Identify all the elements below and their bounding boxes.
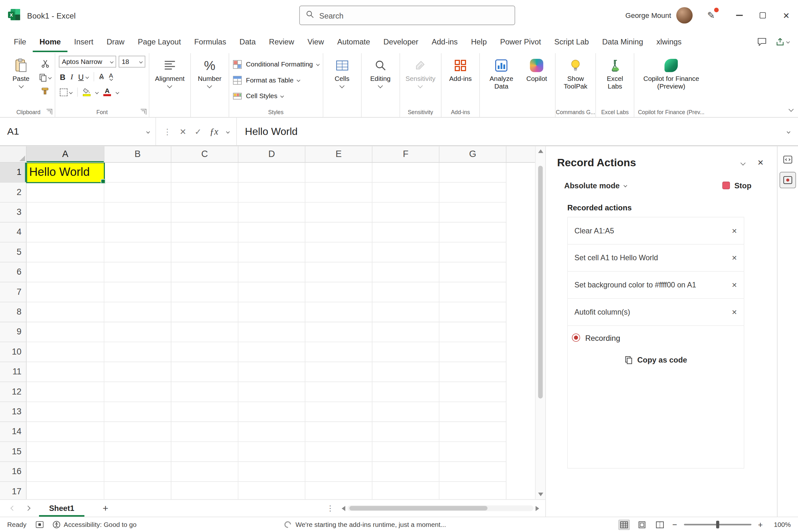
row-header-16[interactable]: 16	[0, 462, 26, 482]
menu-tab-xlwings[interactable]: xlwings	[650, 31, 688, 52]
cell-D1[interactable]	[239, 163, 306, 183]
underline-button[interactable]: U	[78, 72, 89, 81]
cell-D7[interactable]	[239, 282, 306, 302]
cell-B1[interactable]	[104, 163, 171, 183]
cell-F17[interactable]	[373, 482, 440, 499]
close-button[interactable]: ✕	[774, 0, 798, 31]
cell-C15[interactable]	[171, 442, 239, 462]
cell-C9[interactable]	[171, 322, 239, 342]
cell-A13[interactable]	[26, 402, 104, 422]
column-header-E[interactable]: E	[305, 147, 373, 163]
page-layout-view-icon[interactable]	[636, 519, 648, 530]
add-sheet-button[interactable]: +	[97, 502, 114, 514]
cell-A4[interactable]	[26, 223, 104, 242]
cell-D6[interactable]	[239, 263, 306, 282]
pen-icon[interactable]: ✎	[702, 6, 720, 25]
row-header-12[interactable]: 12	[0, 382, 26, 402]
cell-C3[interactable]	[171, 203, 239, 223]
cell-C6[interactable]	[171, 263, 239, 282]
cell-E3[interactable]	[305, 203, 373, 223]
sheet-tab-sheet1[interactable]: Sheet1	[39, 500, 85, 517]
cell-B8[interactable]	[104, 302, 171, 322]
cell-F12[interactable]	[373, 382, 440, 402]
cell-B3[interactable]	[104, 203, 171, 223]
formula-options-chevron-icon[interactable]	[226, 130, 230, 133]
copilot-button[interactable]: Copilot	[522, 56, 551, 82]
cell-B7[interactable]	[104, 282, 171, 302]
remove-action-icon[interactable]: ✕	[732, 281, 737, 289]
cell-C17[interactable]	[171, 482, 239, 499]
cell-D4[interactable]	[239, 223, 306, 242]
font-color-button[interactable]: A	[103, 88, 111, 96]
cut-icon[interactable]	[39, 58, 51, 69]
menu-tab-automate[interactable]: Automate	[330, 31, 377, 52]
cell-B9[interactable]	[104, 322, 171, 342]
row-header-7[interactable]: 7	[0, 282, 26, 302]
remove-action-icon[interactable]: ✕	[732, 227, 737, 235]
cell-G17[interactable]	[439, 482, 507, 499]
code-panel-icon[interactable]	[779, 152, 796, 168]
zoom-slider[interactable]	[684, 524, 751, 525]
comments-icon[interactable]	[753, 34, 770, 49]
row-header-14[interactable]: 14	[0, 422, 26, 442]
cell-C5[interactable]	[171, 242, 239, 262]
cell-B12[interactable]	[104, 382, 171, 402]
column-header-G[interactable]: G	[439, 147, 507, 163]
number-button[interactable]: % Number	[194, 56, 225, 87]
cell-B4[interactable]	[104, 223, 171, 242]
scroll-left-icon[interactable]	[342, 506, 345, 511]
user-name[interactable]: George Mount	[625, 11, 671, 19]
namebox-splitter-icon[interactable]: ⋮	[163, 127, 171, 136]
remove-action-icon[interactable]: ✕	[732, 254, 737, 262]
cell-C2[interactable]	[171, 183, 239, 202]
row-header-9[interactable]: 9	[0, 322, 26, 342]
cell-B2[interactable]	[104, 183, 171, 202]
clipboard-dialog-launcher[interactable]	[47, 109, 53, 115]
cell-D5[interactable]	[239, 242, 306, 262]
horizontal-scrollbar[interactable]	[347, 506, 533, 511]
cell-A5[interactable]	[26, 242, 104, 262]
excel-labs-button[interactable]: Excel Labs	[600, 56, 630, 90]
cell-E7[interactable]	[305, 282, 373, 302]
menu-tab-home[interactable]: Home	[33, 31, 68, 52]
menu-tab-power-pivot[interactable]: Power Pivot	[493, 31, 548, 52]
cell-B15[interactable]	[104, 442, 171, 462]
fill-color-chevron[interactable]	[95, 90, 99, 94]
previous-sheet-icon[interactable]	[11, 506, 16, 511]
remove-action-icon[interactable]: ✕	[732, 308, 737, 316]
accessibility-status[interactable]: Accessibility: Good to go	[53, 521, 136, 529]
insert-function-icon[interactable]: ƒx	[210, 126, 218, 137]
cell-G8[interactable]	[439, 302, 507, 322]
formula-input[interactable]: Hello World	[237, 118, 779, 145]
cell-E14[interactable]	[305, 422, 373, 442]
zoom-slider-thumb[interactable]	[716, 521, 719, 529]
cell-B14[interactable]	[104, 422, 171, 442]
cell-F4[interactable]	[373, 223, 440, 242]
row-header-15[interactable]: 15	[0, 442, 26, 462]
column-header-D[interactable]: D	[239, 147, 306, 163]
menu-tab-review[interactable]: Review	[263, 31, 301, 52]
cell-E17[interactable]	[305, 482, 373, 499]
cell-F9[interactable]	[373, 322, 440, 342]
row-header-2[interactable]: 2	[0, 183, 26, 202]
font-dialog-launcher[interactable]	[141, 109, 147, 115]
cell-F7[interactable]	[373, 282, 440, 302]
cell-A7[interactable]	[26, 282, 104, 302]
cell-D15[interactable]	[239, 442, 306, 462]
row-header-11[interactable]: 11	[0, 362, 26, 382]
cell-G15[interactable]	[439, 442, 507, 462]
show-toolpak-button[interactable]: Show ToolPak	[559, 56, 592, 90]
increase-font-size-button[interactable]: A	[99, 74, 104, 80]
row-header-8[interactable]: 8	[0, 302, 26, 322]
cell-D13[interactable]	[239, 402, 306, 422]
cell-E10[interactable]	[305, 342, 373, 362]
cell-D11[interactable]	[239, 362, 306, 382]
cell-C13[interactable]	[171, 402, 239, 422]
cell-B10[interactable]	[104, 342, 171, 362]
maximize-button[interactable]	[751, 0, 775, 31]
row-header-6[interactable]: 6	[0, 263, 26, 282]
normal-view-icon[interactable]	[619, 519, 630, 530]
cell-G5[interactable]	[439, 242, 507, 262]
scroll-up-icon[interactable]	[538, 149, 543, 153]
panel-collapse-chevron-icon[interactable]	[741, 160, 746, 165]
